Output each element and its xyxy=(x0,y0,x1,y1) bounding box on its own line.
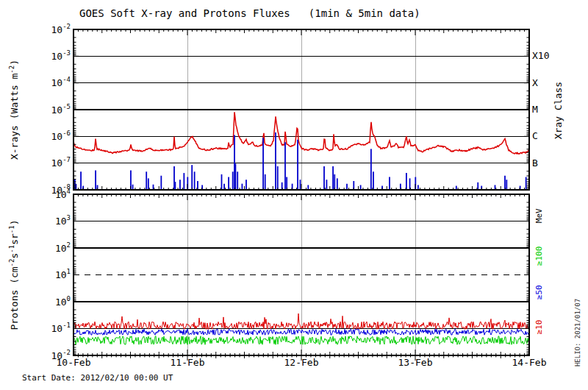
start-date-label: Start Date: 2012/02/10 00:00 UT xyxy=(22,373,173,383)
y-tick-label: 10-4 xyxy=(51,76,71,88)
xray_panel: 10-210-310-410-510-610-710-8X10XMCBXray … xyxy=(8,23,564,196)
xray-class-label: X xyxy=(532,77,538,88)
y-tick-label: 102 xyxy=(55,241,71,254)
y-axis-title: X-rays (Watts m-2) xyxy=(8,60,20,160)
y-tick-label: 10-6 xyxy=(51,130,71,142)
proton-channel-label: ≥100 xyxy=(534,247,544,266)
y-tick-label: 104 xyxy=(55,188,71,200)
proton-channel-label: ≥50 xyxy=(534,285,544,299)
plot-svg: HELIO: 2021/01/07 10-210-310-410-510-610… xyxy=(0,0,588,390)
proton-channel-label: ≥10 xyxy=(534,320,544,335)
xray-class-label: B xyxy=(532,157,538,169)
y-tick-label: 10-5 xyxy=(51,103,71,116)
y-tick-label: 10-7 xyxy=(51,156,71,169)
proton_panel: 10410310210110010-110-2MeV≥100≥50≥10Prot… xyxy=(8,188,544,361)
goes-flux-figure: GOES Soft X-ray and Protons Fluxes (1min… xyxy=(0,0,588,390)
y-tick-label: 101 xyxy=(55,268,71,280)
y-tick-label: 103 xyxy=(55,214,71,227)
y-tick-label: 10-3 xyxy=(51,49,71,62)
right-axis-title: Xray Class xyxy=(553,82,564,139)
y-tick-label: 10-2 xyxy=(51,23,71,35)
proton-channel-label: MeV xyxy=(534,208,544,223)
xray-class-label: C xyxy=(532,130,538,141)
y-tick-label: 10-1 xyxy=(51,322,71,334)
y-tick-label: 100 xyxy=(55,295,71,308)
x-tick-label: 14-Feb xyxy=(512,357,547,368)
xray-class-label: X10 xyxy=(532,50,549,61)
y-axis-title: Protons (cm-2s-1sr-1) xyxy=(8,220,20,330)
watermark-text: HELIO: 2021/01/07 xyxy=(574,299,581,366)
xray-class-label: M xyxy=(532,104,538,115)
